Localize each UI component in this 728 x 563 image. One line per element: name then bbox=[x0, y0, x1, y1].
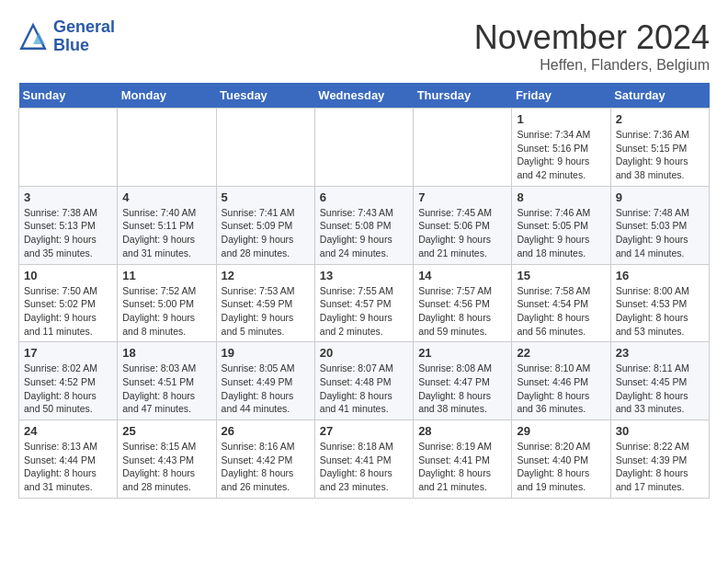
day-detail: Sunrise: 7:34 AM Sunset: 5:16 PM Dayligh… bbox=[517, 128, 605, 182]
calendar-cell: 14Sunrise: 7:57 AM Sunset: 4:56 PM Dayli… bbox=[414, 264, 512, 342]
calendar-cell bbox=[19, 109, 118, 187]
day-detail: Sunrise: 8:07 AM Sunset: 4:48 PM Dayligh… bbox=[320, 362, 408, 416]
weekday-header: Thursday bbox=[414, 83, 512, 109]
day-number: 28 bbox=[418, 424, 506, 438]
day-number: 6 bbox=[320, 190, 408, 204]
day-detail: Sunrise: 7:53 AM Sunset: 4:59 PM Dayligh… bbox=[222, 284, 310, 339]
day-detail: Sunrise: 7:38 AM Sunset: 5:13 PM Dayligh… bbox=[24, 206, 112, 260]
calendar-cell: 17Sunrise: 8:02 AM Sunset: 4:52 PM Dayli… bbox=[19, 342, 118, 420]
day-detail: Sunrise: 7:41 AM Sunset: 5:09 PM Dayligh… bbox=[222, 206, 310, 260]
calendar-cell: 23Sunrise: 8:11 AM Sunset: 4:45 PM Dayli… bbox=[610, 342, 709, 420]
calendar-cell: 8Sunrise: 7:46 AM Sunset: 5:05 PM Daylig… bbox=[512, 186, 610, 264]
logo-line1: General bbox=[53, 18, 115, 37]
day-number: 14 bbox=[418, 269, 506, 282]
calendar-cell: 3Sunrise: 7:38 AM Sunset: 5:13 PM Daylig… bbox=[19, 186, 118, 264]
calendar-cell: 19Sunrise: 8:05 AM Sunset: 4:49 PM Dayli… bbox=[216, 342, 314, 420]
calendar-cell: 18Sunrise: 8:03 AM Sunset: 4:51 PM Dayli… bbox=[118, 342, 216, 420]
logo-text: General Blue bbox=[53, 18, 115, 55]
calendar-row: 17Sunrise: 8:02 AM Sunset: 4:52 PM Dayli… bbox=[19, 342, 710, 420]
day-number: 19 bbox=[222, 346, 310, 360]
day-number: 15 bbox=[517, 269, 605, 282]
calendar-cell bbox=[118, 109, 216, 187]
weekday-header: Sunday bbox=[19, 83, 118, 109]
calendar-cell: 16Sunrise: 8:00 AM Sunset: 4:53 PM Dayli… bbox=[610, 264, 709, 342]
calendar-cell: 5Sunrise: 7:41 AM Sunset: 5:09 PM Daylig… bbox=[216, 186, 314, 264]
day-detail: Sunrise: 8:00 AM Sunset: 4:53 PM Dayligh… bbox=[616, 284, 704, 339]
day-detail: Sunrise: 7:50 AM Sunset: 5:02 PM Dayligh… bbox=[24, 284, 112, 339]
day-detail: Sunrise: 7:43 AM Sunset: 5:08 PM Dayligh… bbox=[320, 206, 408, 260]
day-detail: Sunrise: 7:58 AM Sunset: 4:54 PM Dayligh… bbox=[517, 284, 605, 339]
day-number: 11 bbox=[122, 269, 210, 282]
day-detail: Sunrise: 7:46 AM Sunset: 5:05 PM Dayligh… bbox=[517, 206, 605, 260]
weekday-header: Wednesday bbox=[314, 83, 413, 109]
calendar-cell: 4Sunrise: 7:40 AM Sunset: 5:11 PM Daylig… bbox=[118, 186, 216, 264]
day-number: 17 bbox=[24, 346, 112, 360]
calendar-cell: 15Sunrise: 7:58 AM Sunset: 4:54 PM Dayli… bbox=[512, 264, 610, 342]
calendar-cell: 1Sunrise: 7:34 AM Sunset: 5:16 PM Daylig… bbox=[512, 109, 610, 187]
calendar-cell bbox=[314, 109, 413, 187]
calendar-cell: 13Sunrise: 7:55 AM Sunset: 4:57 PM Dayli… bbox=[314, 264, 413, 342]
day-number: 9 bbox=[616, 190, 704, 204]
day-number: 30 bbox=[616, 424, 704, 438]
day-detail: Sunrise: 8:19 AM Sunset: 4:41 PM Dayligh… bbox=[418, 440, 506, 494]
day-number: 23 bbox=[616, 346, 704, 360]
calendar-cell: 2Sunrise: 7:36 AM Sunset: 5:15 PM Daylig… bbox=[610, 109, 709, 187]
calendar-cell: 29Sunrise: 8:20 AM Sunset: 4:40 PM Dayli… bbox=[512, 420, 610, 499]
day-detail: Sunrise: 8:05 AM Sunset: 4:49 PM Dayligh… bbox=[222, 362, 310, 416]
day-number: 2 bbox=[616, 112, 704, 126]
calendar-cell: 27Sunrise: 8:18 AM Sunset: 4:41 PM Dayli… bbox=[314, 420, 413, 499]
calendar-cell bbox=[414, 109, 512, 187]
day-number: 1 bbox=[517, 112, 605, 126]
calendar-cell: 10Sunrise: 7:50 AM Sunset: 5:02 PM Dayli… bbox=[19, 264, 118, 342]
title-block: November 2024 Heffen, Flanders, Belgium bbox=[474, 18, 710, 74]
day-detail: Sunrise: 7:57 AM Sunset: 4:56 PM Dayligh… bbox=[418, 284, 506, 339]
page-header: General Blue November 2024 Heffen, Fland… bbox=[18, 18, 710, 74]
svg-marker-1 bbox=[33, 32, 45, 44]
day-detail: Sunrise: 8:02 AM Sunset: 4:52 PM Dayligh… bbox=[24, 362, 112, 416]
day-number: 4 bbox=[122, 190, 210, 204]
day-number: 27 bbox=[320, 424, 408, 438]
day-detail: Sunrise: 7:52 AM Sunset: 5:00 PM Dayligh… bbox=[122, 284, 210, 339]
day-number: 22 bbox=[517, 346, 605, 360]
calendar-cell: 7Sunrise: 7:45 AM Sunset: 5:06 PM Daylig… bbox=[414, 186, 512, 264]
calendar-cell: 26Sunrise: 8:16 AM Sunset: 4:42 PM Dayli… bbox=[216, 420, 314, 499]
day-number: 26 bbox=[222, 424, 310, 438]
day-number: 29 bbox=[517, 424, 605, 438]
weekday-header: Saturday bbox=[610, 83, 709, 109]
day-number: 20 bbox=[320, 346, 408, 360]
day-number: 12 bbox=[222, 269, 310, 282]
day-detail: Sunrise: 7:55 AM Sunset: 4:57 PM Dayligh… bbox=[320, 284, 408, 339]
day-detail: Sunrise: 8:20 AM Sunset: 4:40 PM Dayligh… bbox=[517, 440, 605, 494]
day-number: 16 bbox=[616, 269, 704, 282]
calendar-table: SundayMondayTuesdayWednesdayThursdayFrid… bbox=[18, 83, 710, 499]
calendar-cell: 21Sunrise: 8:08 AM Sunset: 4:47 PM Dayli… bbox=[414, 342, 512, 420]
calendar-row: 3Sunrise: 7:38 AM Sunset: 5:13 PM Daylig… bbox=[19, 186, 710, 264]
day-number: 24 bbox=[24, 424, 112, 438]
day-detail: Sunrise: 7:48 AM Sunset: 5:03 PM Dayligh… bbox=[616, 206, 704, 260]
day-detail: Sunrise: 8:08 AM Sunset: 4:47 PM Dayligh… bbox=[418, 362, 506, 416]
logo-icon bbox=[18, 22, 48, 52]
calendar-cell: 9Sunrise: 7:48 AM Sunset: 5:03 PM Daylig… bbox=[610, 186, 709, 264]
calendar-cell: 24Sunrise: 8:13 AM Sunset: 4:44 PM Dayli… bbox=[19, 420, 118, 499]
month-title: November 2024 bbox=[474, 18, 710, 57]
day-detail: Sunrise: 8:15 AM Sunset: 4:43 PM Dayligh… bbox=[122, 440, 210, 494]
day-detail: Sunrise: 8:11 AM Sunset: 4:45 PM Dayligh… bbox=[616, 362, 704, 416]
day-detail: Sunrise: 8:18 AM Sunset: 4:41 PM Dayligh… bbox=[320, 440, 408, 494]
logo-line2: Blue bbox=[53, 37, 115, 55]
weekday-header: Friday bbox=[512, 83, 610, 109]
calendar-cell: 11Sunrise: 7:52 AM Sunset: 5:00 PM Dayli… bbox=[118, 264, 216, 342]
calendar-cell bbox=[216, 109, 314, 187]
day-number: 7 bbox=[418, 190, 506, 204]
day-number: 3 bbox=[24, 190, 112, 204]
calendar-row: 10Sunrise: 7:50 AM Sunset: 5:02 PM Dayli… bbox=[19, 264, 710, 342]
day-number: 10 bbox=[24, 269, 112, 282]
day-number: 25 bbox=[122, 424, 210, 438]
day-number: 13 bbox=[320, 269, 408, 282]
day-detail: Sunrise: 7:40 AM Sunset: 5:11 PM Dayligh… bbox=[122, 206, 210, 260]
day-number: 5 bbox=[222, 190, 310, 204]
day-detail: Sunrise: 8:16 AM Sunset: 4:42 PM Dayligh… bbox=[222, 440, 310, 494]
calendar-cell: 6Sunrise: 7:43 AM Sunset: 5:08 PM Daylig… bbox=[314, 186, 413, 264]
calendar-cell: 22Sunrise: 8:10 AM Sunset: 4:46 PM Dayli… bbox=[512, 342, 610, 420]
calendar-cell: 20Sunrise: 8:07 AM Sunset: 4:48 PM Dayli… bbox=[314, 342, 413, 420]
day-detail: Sunrise: 8:03 AM Sunset: 4:51 PM Dayligh… bbox=[122, 362, 210, 416]
